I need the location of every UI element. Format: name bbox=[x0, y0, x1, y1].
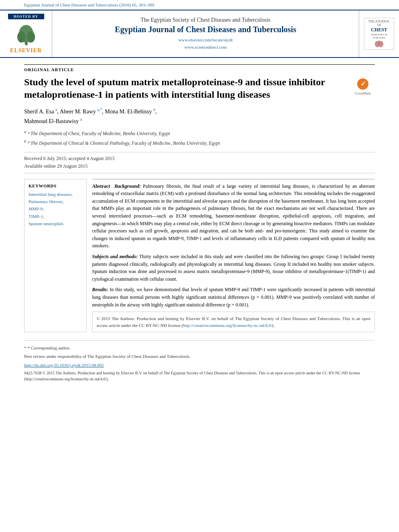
journal-reference-bar: Egyptian Journal of Chest Diseases and T… bbox=[0, 0, 399, 10]
article-title-row: Study the level of sputum matrix metallo… bbox=[24, 76, 375, 101]
author-text-2: Mahmoud El-Bastawisy a bbox=[24, 118, 82, 124]
copyright-box: © 2015 The Authors. Production and hosti… bbox=[92, 312, 375, 332]
keyword-1: Interstitial lung diseases; bbox=[29, 191, 82, 197]
journal-title: Egyptian Journal of Chest Diseases and T… bbox=[115, 25, 296, 34]
background-text: Pulmonary fibrosis, the final result of … bbox=[92, 183, 375, 249]
keyword-3: MMP-9; bbox=[29, 206, 82, 212]
crossmark-badge[interactable]: ✓ CrossMark bbox=[351, 78, 375, 95]
two-column-layout: KEYWORDS Interstitial lung diseases; Pul… bbox=[24, 179, 375, 333]
star-note: * * Corresponding author. bbox=[24, 345, 375, 351]
main-content: ORIGINAL ARTICLE Study the level of sput… bbox=[0, 58, 399, 390]
hosted-by-badge: HOSTED BY bbox=[8, 14, 44, 19]
elsevier-logo: 🌿 ELSEVIER bbox=[10, 22, 42, 54]
svg-rect-9 bbox=[380, 43, 382, 43]
bottom-copyright-text: 0422-7638 © 2015 The Authors. Production… bbox=[24, 371, 360, 381]
author-text: Sherif A. Esa a, Abeer M. Rawy a,*, Mona… bbox=[24, 109, 157, 115]
results-text: In this study, we have demonstrated that… bbox=[92, 287, 375, 307]
peer-review-note: Peer review under responsibility of The … bbox=[24, 353, 375, 360]
abstract-section: Abstract Background: Pulmonary fibrosis,… bbox=[92, 179, 375, 333]
available-date: Available online 29 August 2015 bbox=[24, 162, 375, 170]
svg-rect-7 bbox=[378, 40, 379, 44]
results-label: Results: bbox=[92, 287, 108, 292]
authors-list: Sherif A. Esa a, Abeer M. Rawy a,*, Mona… bbox=[24, 107, 375, 126]
chest-lung-icon bbox=[368, 39, 390, 48]
received-date: Received 6 July 2015; accepted 4 August … bbox=[24, 155, 375, 162]
svg-rect-8 bbox=[376, 43, 378, 43]
svg-text:🌿: 🌿 bbox=[25, 43, 28, 46]
cc-license-link[interactable]: http://creativecommons.org/licenses/by-n… bbox=[183, 323, 272, 328]
article-title: Study the level of sputum matrix metallo… bbox=[24, 76, 346, 101]
crossmark-label: CrossMark bbox=[355, 91, 371, 95]
keywords-section: KEYWORDS Interstitial lung diseases; Pul… bbox=[24, 179, 86, 333]
svg-point-3 bbox=[27, 31, 35, 43]
journal-urls: www.elsevier.com/locate/ejcdt www.scienc… bbox=[179, 37, 233, 51]
elsevier-wordmark: ELSEVIER bbox=[10, 47, 42, 54]
keyword-4: TIMP-1; bbox=[29, 214, 82, 220]
abstract-results: Results: In this study, we have demonstr… bbox=[92, 286, 375, 308]
copyright-text: © 2015 The Authors. Production and hosti… bbox=[97, 316, 370, 328]
footer-section: * * Corresponding author. Peer review un… bbox=[24, 340, 375, 382]
dates-section: Received 6 July 2015; accepted 4 August … bbox=[24, 152, 375, 173]
subjects-label: Subjects and methods: bbox=[92, 254, 138, 259]
url2[interactable]: www.sciencedirect.com bbox=[179, 44, 233, 51]
journal-header: HOSTED BY 🌿 ELSEVIER The Egyptian Societ… bbox=[0, 10, 399, 58]
background-label: Background: bbox=[115, 183, 141, 189]
chest-journal-logo: THE JOURNAL OF CHEST DISEASES & SURGERY bbox=[364, 18, 394, 50]
keyword-2: Pulmonary fibrosis; bbox=[29, 199, 82, 205]
elsevier-logo-section: HOSTED BY 🌿 ELSEVIER bbox=[0, 10, 52, 57]
svg-text:✓: ✓ bbox=[360, 80, 366, 87]
doi-link[interactable]: http://dx.doi.org/10.1016/j.ejcdt.2015.0… bbox=[24, 363, 104, 368]
bottom-copyright: 0422-7638 © 2015 The Authors. Production… bbox=[24, 370, 375, 382]
elsevier-tree-icon: 🌿 bbox=[14, 22, 38, 46]
chest-logo-section: THE JOURNAL OF CHEST DISEASES & SURGERY bbox=[359, 10, 399, 57]
abstract-text: Abstract Background: Pulmonary fibrosis,… bbox=[92, 183, 375, 309]
abstract-subjects: Subjects and methods: Thirty subjects we… bbox=[92, 253, 375, 283]
chest-label: CHEST bbox=[366, 27, 392, 33]
affiliation-a: a ᵃ The Department of Chest, Faculty of … bbox=[24, 128, 375, 138]
crossmark-icon: ✓ bbox=[356, 78, 369, 90]
journal-reference-text: Egyptian Journal of Chest Diseases and T… bbox=[24, 2, 154, 7]
svg-point-2 bbox=[17, 31, 25, 43]
article-section-label: ORIGINAL ARTICLE bbox=[24, 64, 375, 72]
keywords-title: KEYWORDS bbox=[29, 183, 82, 188]
society-name: The Egyptian Society of Chest Diseases a… bbox=[140, 17, 270, 23]
abstract-label: Abstract bbox=[92, 183, 110, 189]
url1[interactable]: www.elsevier.com/locate/ejcdt bbox=[179, 37, 233, 44]
star-symbol: * bbox=[24, 345, 27, 350]
affiliation-b: b ᵇ The Department of Clinical & Chemica… bbox=[24, 138, 375, 147]
chest-logo-text: THE JOURNAL OF CHEST DISEASES & SURGERY bbox=[366, 20, 392, 39]
affiliations: a ᵃ The Department of Chest, Faculty of … bbox=[24, 128, 375, 147]
journal-title-section: The Egyptian Society of Chest Diseases a… bbox=[52, 10, 359, 57]
keyword-5: Sputum neutrophils bbox=[29, 221, 82, 227]
abstract-background: Abstract Background: Pulmonary fibrosis,… bbox=[92, 183, 375, 250]
